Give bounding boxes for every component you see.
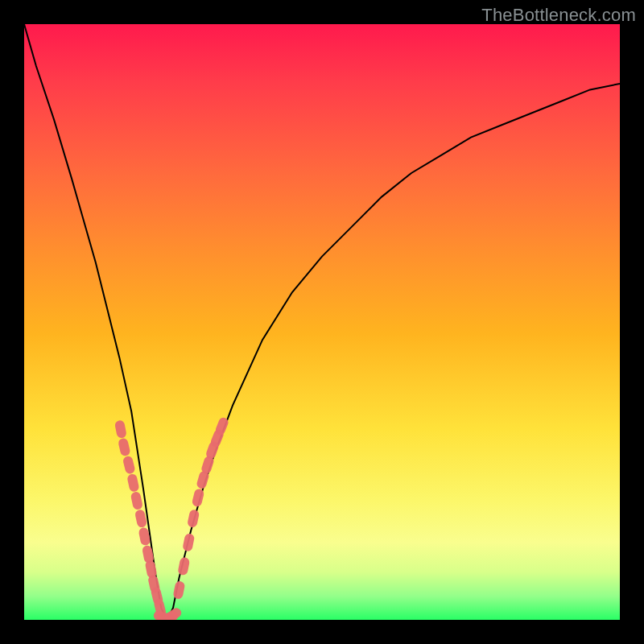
data-marker <box>114 419 127 439</box>
markers-group <box>114 416 229 620</box>
bottleneck-curve <box>24 24 620 620</box>
watermark-text: TheBottleneck.com <box>481 5 636 26</box>
data-marker <box>187 509 200 528</box>
data-marker <box>126 473 139 493</box>
data-marker <box>118 437 131 456</box>
chart-frame: TheBottleneck.com <box>0 0 644 644</box>
data-marker <box>182 533 195 552</box>
data-marker <box>177 556 190 576</box>
chart-svg <box>24 24 620 620</box>
data-marker <box>122 455 136 474</box>
data-marker <box>134 509 147 528</box>
chart-plot-area <box>24 24 620 620</box>
data-marker <box>172 580 185 600</box>
curve-group <box>24 24 620 620</box>
data-marker <box>130 491 143 510</box>
data-marker <box>192 488 205 507</box>
